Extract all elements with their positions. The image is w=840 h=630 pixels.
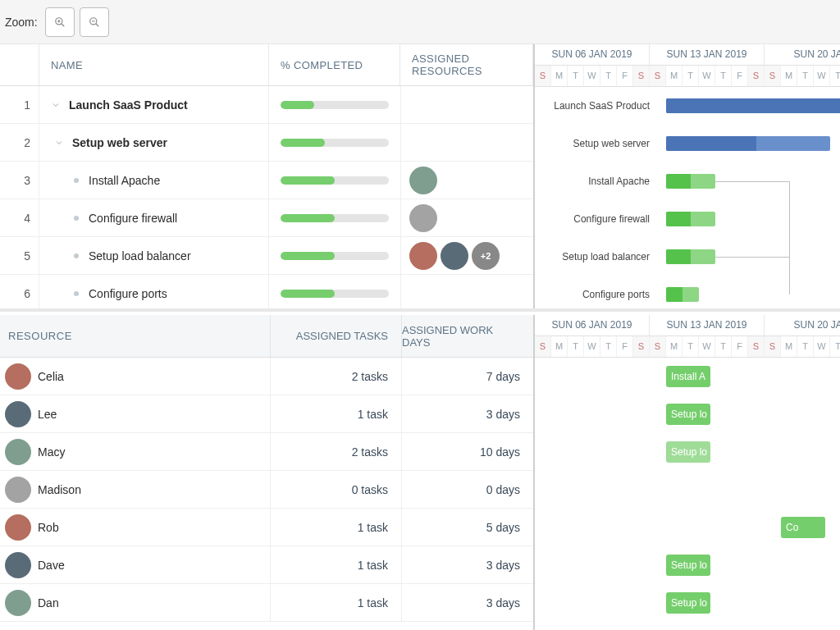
zoom-in-icon [54, 16, 66, 28]
assigned-tasks: 2 tasks [271, 358, 402, 395]
resource-name: Dan [38, 596, 59, 609]
day-header: T [682, 336, 699, 358]
resource-name: Lee [38, 408, 57, 421]
row-number: 3 [0, 162, 39, 199]
bullet-icon [74, 291, 79, 296]
task-row[interactable]: 2Setup web server [0, 124, 533, 162]
assigned-days: 10 days [402, 433, 533, 470]
gantt-bar[interactable] [666, 249, 715, 264]
toolbar: Zoom: [0, 0, 840, 44]
resource-row[interactable]: Macy2 tasks10 days [0, 433, 533, 471]
day-header: M [666, 336, 682, 358]
day-header: F [732, 336, 748, 358]
chevron-down-icon[interactable] [51, 135, 67, 151]
assigned-days: 3 days [402, 584, 533, 621]
week-header: SUN 20 JAN [765, 44, 840, 65]
resource-assignment-bar[interactable]: Setup lo [666, 592, 710, 614]
resource-row[interactable]: Lee1 task3 days [0, 395, 533, 433]
task-row[interactable]: 3Install Apache [0, 162, 533, 199]
resource-assignment-bar[interactable]: Setup lo [666, 404, 710, 425]
progress-bar [281, 101, 389, 109]
gantt-bar[interactable] [666, 174, 715, 189]
col-name[interactable]: NAME [39, 44, 269, 85]
zoom-out-button[interactable] [80, 7, 109, 37]
task-row[interactable]: 5Setup load balancer+2 [0, 237, 533, 275]
zoom-out-icon [89, 16, 100, 28]
svg-line-1 [61, 23, 64, 26]
chevron-down-icon[interactable] [48, 97, 64, 113]
avatar[interactable] [441, 242, 468, 270]
task-name: Setup web server [72, 136, 167, 149]
gantt-bar-parent[interactable] [666, 136, 830, 151]
avatar[interactable] [5, 363, 31, 390]
assigned-tasks: 1 task [271, 584, 402, 621]
avatar[interactable] [409, 242, 437, 270]
day-header: T [830, 66, 840, 87]
avatar[interactable] [5, 514, 31, 541]
day-header: F [617, 336, 633, 358]
bullet-icon [74, 178, 79, 183]
week-header: SUN 06 JAN 2019 [535, 315, 650, 336]
resource-row[interactable]: Madison0 tasks0 days [0, 471, 533, 509]
resource-assignment-bar[interactable]: Install A [666, 366, 710, 387]
avatar[interactable] [5, 552, 31, 578]
resource-row[interactable]: Dave1 task3 days [0, 546, 533, 584]
resource-assignment-bar[interactable]: Co [781, 517, 825, 538]
progress-bar [281, 214, 389, 222]
col-assigned-tasks[interactable]: ASSIGNED TASKS [271, 315, 402, 357]
day-header: S [633, 66, 650, 87]
gantt-bar[interactable] [666, 212, 715, 226]
week-header: SUN 13 JAN 2019 [650, 44, 765, 65]
gantt-bar-parent[interactable] [666, 98, 840, 113]
progress-bar [281, 252, 389, 260]
day-header: M [781, 336, 797, 358]
avatar[interactable] [5, 401, 31, 427]
progress-bar [281, 139, 389, 147]
col-completed[interactable]: % COMPLETED [269, 44, 400, 85]
day-header: T [568, 66, 584, 87]
day-header: M [781, 66, 797, 87]
col-resource[interactable]: RESOURCE [0, 315, 271, 357]
resource-assignment-bar[interactable]: Setup lo [666, 441, 710, 463]
day-header: F [732, 66, 748, 87]
task-name: Launch SaaS Product [69, 98, 188, 112]
day-header: T [830, 336, 840, 358]
assigned-days: 3 days [402, 395, 533, 432]
avatar[interactable] [409, 204, 437, 232]
row-number: 5 [0, 237, 39, 274]
avatar[interactable] [5, 477, 31, 503]
task-row[interactable]: 4Configure firewall [0, 199, 533, 237]
gantt-bar[interactable] [666, 287, 699, 302]
week-header: SUN 13 JAN 2019 [650, 315, 765, 336]
avatar[interactable] [409, 167, 437, 194]
avatar-overflow[interactable]: +2 [472, 242, 500, 270]
assigned-tasks: 2 tasks [271, 433, 402, 470]
svg-line-5 [95, 23, 98, 26]
day-header: T [715, 66, 732, 87]
week-header: SUN 20 JAN [765, 315, 840, 336]
day-header: T [797, 336, 814, 358]
avatar[interactable] [5, 590, 31, 616]
day-header: S [765, 66, 781, 87]
avatar[interactable] [5, 439, 31, 465]
resource-assignment-bar[interactable]: Setup lo [666, 555, 710, 576]
week-header: SUN 06 JAN 2019 [535, 44, 650, 65]
col-assigned-days[interactable]: ASSIGNED WORK DAYS [402, 315, 533, 357]
day-header: W [699, 66, 715, 87]
resource-name: Dave [38, 559, 65, 572]
resource-row[interactable]: Dan1 task3 days [0, 584, 533, 622]
task-row[interactable]: 6Configure ports [0, 275, 533, 308]
row-number: 4 [0, 199, 39, 236]
row-number: 1 [0, 86, 39, 123]
zoom-in-button[interactable] [45, 7, 75, 37]
day-header: W [814, 336, 830, 358]
resource-row[interactable]: Rob1 task5 days [0, 509, 533, 546]
resource-name: Macy [38, 445, 65, 459]
day-header: S [535, 66, 551, 87]
task-name: Install Apache [89, 174, 160, 187]
col-resources[interactable]: ASSIGNED RESOURCES [400, 44, 533, 85]
task-row[interactable]: 1Launch SaaS Product [0, 86, 533, 124]
day-header: W [584, 66, 600, 87]
resource-row[interactable]: Celia2 tasks7 days [0, 358, 533, 395]
progress-bar [281, 176, 389, 185]
